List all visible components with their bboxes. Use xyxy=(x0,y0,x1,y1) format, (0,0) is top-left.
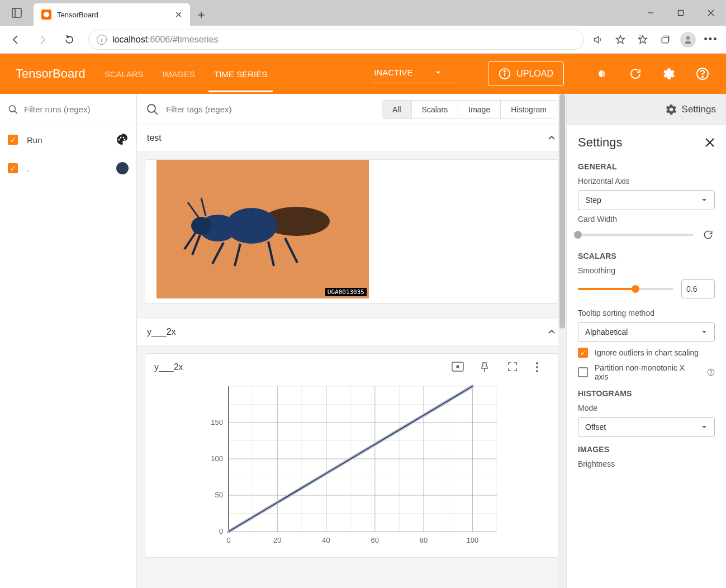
pin-icon[interactable] xyxy=(480,362,493,373)
reload-button[interactable] xyxy=(57,29,82,51)
tab-close-icon[interactable]: ✕ xyxy=(175,10,182,20)
url-text: localhost:6006/#timeseries xyxy=(112,35,218,45)
section-images: IMAGES xyxy=(578,445,715,454)
more-vert-icon[interactable] xyxy=(535,362,549,373)
section-scalars: SCALARS xyxy=(578,252,715,260)
svg-text:100: 100 xyxy=(467,536,479,544)
partition-row[interactable]: ✓ Partition non-monotonic X axis xyxy=(578,363,715,381)
close-icon[interactable] xyxy=(705,137,715,148)
site-info-icon[interactable]: i xyxy=(97,35,107,45)
status-dropdown[interactable]: INACTIVE xyxy=(372,64,455,83)
tab-images[interactable]: IMAGES xyxy=(162,56,196,92)
status-label: INACTIVE xyxy=(374,68,412,77)
checkbox-icon[interactable]: ✓ xyxy=(578,348,588,358)
upload-button[interactable]: UPLOAD xyxy=(488,61,564,86)
run-item[interactable]: ✓ . xyxy=(0,154,136,182)
toggle-histogram[interactable]: Histogram xyxy=(500,101,557,118)
chevron-up-icon xyxy=(547,328,556,336)
more-menu-icon[interactable]: ••• xyxy=(704,32,718,47)
chevron-up-icon xyxy=(547,134,556,143)
group-header-y2x[interactable]: y___2x xyxy=(137,319,566,345)
toggle-scalars[interactable]: Scalars xyxy=(411,101,458,118)
sidebar-toggle[interactable] xyxy=(0,0,34,26)
svg-text:150: 150 xyxy=(211,418,223,426)
favorite-add-icon[interactable] xyxy=(613,32,628,47)
fit-icon[interactable] xyxy=(452,362,465,373)
search-icon xyxy=(146,103,159,116)
close-window-button[interactable] xyxy=(696,0,726,26)
smoothing-label: Smoothing xyxy=(578,266,715,275)
checkbox-icon[interactable]: ✓ xyxy=(8,135,18,145)
toggle-image[interactable]: Image xyxy=(458,101,500,118)
haxis-select[interactable]: Step xyxy=(578,190,715,210)
svg-point-33 xyxy=(536,362,538,364)
refresh-icon[interactable] xyxy=(628,66,643,82)
fullscreen-icon[interactable] xyxy=(507,362,521,373)
svg-point-34 xyxy=(536,366,538,368)
smoothing-input[interactable] xyxy=(681,279,715,298)
maximize-button[interactable] xyxy=(666,0,696,26)
center-panel: All Scalars Image Histogram test xyxy=(137,94,566,588)
theme-toggle-icon[interactable] xyxy=(594,66,610,82)
svg-point-35 xyxy=(536,370,538,372)
window-controls xyxy=(635,0,726,26)
cardwidth-slider[interactable] xyxy=(578,234,694,236)
svg-point-9 xyxy=(686,36,690,40)
collections-icon[interactable] xyxy=(658,32,672,47)
runs-filter-input[interactable] xyxy=(24,105,129,114)
minimize-button[interactable] xyxy=(635,0,666,26)
checkbox-icon[interactable]: ✓ xyxy=(8,163,18,173)
svg-text:100: 100 xyxy=(211,454,223,463)
read-aloud-icon[interactable] xyxy=(591,32,605,47)
brightness-label: Brightness xyxy=(578,459,715,468)
svg-point-20 xyxy=(120,137,122,139)
run-item[interactable]: ✓ Run xyxy=(0,125,136,154)
settings-panel: Settings Settings GENERAL Horizontal Axi… xyxy=(566,94,726,588)
profile-avatar[interactable] xyxy=(680,32,696,48)
mode-label: Mode xyxy=(578,404,715,412)
run-name: Run xyxy=(27,135,106,145)
scrollbar-track[interactable] xyxy=(558,94,566,588)
new-tab-button[interactable]: ＋ xyxy=(190,3,212,26)
palette-icon[interactable] xyxy=(115,133,129,146)
svg-line-24 xyxy=(154,111,158,115)
settings-button[interactable]: Settings xyxy=(665,103,716,116)
forward-button[interactable] xyxy=(30,29,55,51)
tooltip-select[interactable]: Alphabetical xyxy=(578,322,715,342)
search-icon xyxy=(8,103,18,116)
gear-icon[interactable] xyxy=(661,66,677,82)
svg-point-29 xyxy=(191,217,211,235)
info-icon xyxy=(499,68,511,80)
group-header-test[interactable]: test xyxy=(137,125,566,151)
browser-tab[interactable]: TensorBoard ✕ xyxy=(34,3,190,26)
help-icon[interactable] xyxy=(695,66,710,82)
section-histograms: HISTOGRAMS xyxy=(578,389,715,398)
svg-text:20: 20 xyxy=(273,536,281,544)
address-bar[interactable]: i localhost:6006/#timeseries xyxy=(88,30,584,50)
tab-time-series[interactable]: TIME SERIES xyxy=(213,56,268,92)
svg-rect-0 xyxy=(12,8,21,17)
favorites-icon[interactable] xyxy=(635,32,650,47)
help-icon[interactable] xyxy=(707,368,715,376)
svg-point-71 xyxy=(710,373,711,374)
runs-panel: ✓ Run ✓ . xyxy=(0,94,137,588)
settings-label: Settings xyxy=(682,104,716,115)
svg-point-31 xyxy=(457,366,459,368)
mode-select[interactable]: Offset xyxy=(578,417,715,437)
tag-filter-input[interactable] xyxy=(166,105,311,114)
tb-header: TensorBoard SCALARS IMAGES TIME SERIES I… xyxy=(0,54,726,94)
scrollbar-thumb[interactable] xyxy=(559,94,565,329)
ignore-outliers-row[interactable]: ✓ Ignore outliers in chart scaling xyxy=(578,348,715,358)
toggle-all[interactable]: All xyxy=(382,101,411,118)
checkbox-icon[interactable]: ✓ xyxy=(578,367,588,377)
smoothing-slider[interactable] xyxy=(578,288,673,290)
color-swatch[interactable] xyxy=(116,162,129,174)
svg-point-12 xyxy=(504,70,505,72)
gear-icon xyxy=(665,103,677,116)
favicon-icon xyxy=(41,10,51,20)
chevron-down-icon xyxy=(435,69,442,76)
group-title: y___2x xyxy=(147,327,176,337)
tab-scalars[interactable]: SCALARS xyxy=(103,56,145,92)
back-button[interactable] xyxy=(3,29,28,51)
reset-icon[interactable] xyxy=(701,228,715,241)
